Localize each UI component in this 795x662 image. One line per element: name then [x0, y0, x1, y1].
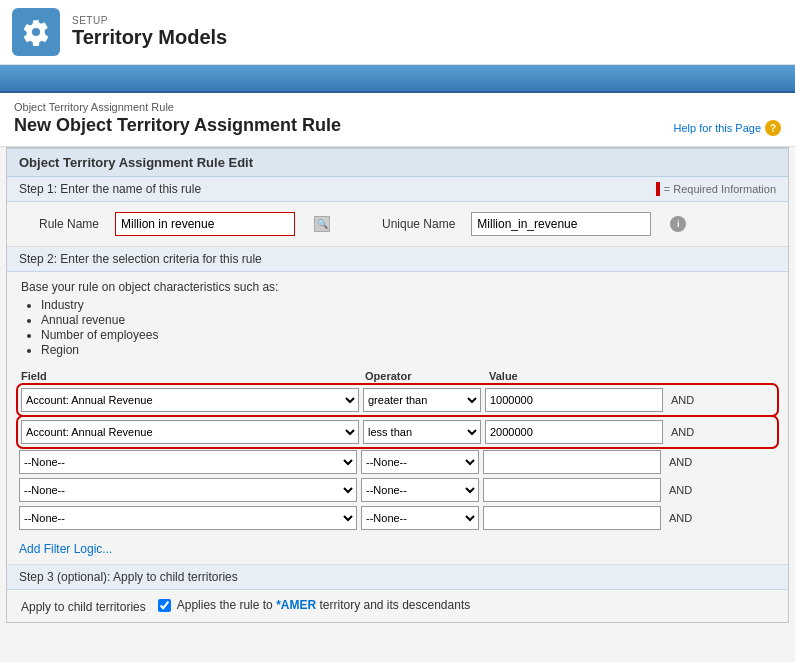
- help-icon: ?: [765, 120, 781, 136]
- app-header-text: SETUP Territory Models: [72, 15, 227, 49]
- and-label-5: AND: [669, 512, 692, 524]
- app-icon: [12, 8, 60, 56]
- field-select-4[interactable]: --None-- Account: Annual Revenue: [19, 478, 357, 502]
- step3-row: Apply to child territories Applies the r…: [21, 598, 774, 614]
- value-input-2[interactable]: [485, 420, 663, 444]
- info-icon[interactable]: i: [670, 216, 686, 232]
- field-select-5[interactable]: --None-- Account: Annual Revenue: [19, 506, 357, 530]
- field-select-2[interactable]: Account: Annual Revenue: [21, 420, 359, 444]
- app-header: SETUP Territory Models: [0, 0, 795, 65]
- criteria-row-1: Account: Annual Revenue greater than les…: [19, 386, 776, 414]
- value-input-3[interactable]: [483, 450, 661, 474]
- and-label-2: AND: [671, 426, 694, 438]
- criteria-row-2: Account: Annual Revenue greater than les…: [19, 418, 776, 446]
- criteria-row-5: --None-- Account: Annual Revenue --None-…: [19, 506, 776, 530]
- value-input-5[interactable]: [483, 506, 661, 530]
- value-input-4[interactable]: [483, 478, 661, 502]
- step2-header: Step 2: Enter the selection criteria for…: [7, 247, 788, 272]
- col-header-value: Value: [489, 370, 669, 382]
- rule-name-input[interactable]: [115, 212, 295, 236]
- step2-label: Step 2: Enter the selection criteria for…: [19, 252, 262, 266]
- main-content: Object Territory Assignment Rule Edit St…: [6, 147, 789, 623]
- required-note: = Required Information: [656, 182, 776, 196]
- step3-field-label: Apply to child territories: [21, 598, 146, 614]
- operator-select-1[interactable]: greater than less than equals --None--: [363, 388, 481, 412]
- required-text: = Required Information: [664, 183, 776, 195]
- value-input-1[interactable]: [485, 388, 663, 412]
- help-text: Help for this Page: [674, 122, 761, 134]
- field-select-1[interactable]: Account: Annual Revenue: [21, 388, 359, 412]
- breadcrumb: Object Territory Assignment Rule: [14, 101, 341, 113]
- step2-description: Base your rule on object characteristics…: [7, 272, 788, 364]
- step3-label: Step 3 (optional): Apply to child territ…: [19, 570, 238, 584]
- step2-bullets: Industry Annual revenue Number of employ…: [21, 298, 774, 357]
- setup-label: SETUP: [72, 15, 227, 26]
- section-header: Object Territory Assignment Rule Edit: [7, 148, 788, 177]
- step1-form: Rule Name 🔍 Unique Name i: [7, 202, 788, 246]
- operator-select-4[interactable]: --None--: [361, 478, 479, 502]
- field-select-3[interactable]: --None-- Account: Annual Revenue: [19, 450, 357, 474]
- apply-checkbox-label: Applies the rule to *AMER territory and …: [177, 598, 471, 612]
- operator-select-2[interactable]: greater than less than equals --None--: [363, 420, 481, 444]
- amer-link[interactable]: *AMER: [276, 598, 316, 612]
- unique-name-label: Unique Name: [375, 217, 455, 231]
- nav-bar: [0, 65, 795, 93]
- unique-name-input[interactable]: [471, 212, 651, 236]
- add-filter-link[interactable]: Add Filter Logic...: [19, 542, 112, 556]
- rule-name-label: Rule Name: [19, 217, 99, 231]
- page-header: Object Territory Assignment Rule New Obj…: [0, 93, 795, 147]
- bullet-employees: Number of employees: [41, 328, 774, 342]
- operator-select-3[interactable]: --None--: [361, 450, 479, 474]
- and-label-4: AND: [669, 484, 692, 496]
- and-label-3: AND: [669, 456, 692, 468]
- col-header-field: Field: [21, 370, 361, 382]
- step3-checkbox-row: Applies the rule to *AMER territory and …: [158, 598, 471, 612]
- page-title: New Object Territory Assignment Rule: [14, 115, 341, 136]
- bullet-revenue: Annual revenue: [41, 313, 774, 327]
- field-lookup-icon[interactable]: 🔍: [314, 216, 330, 232]
- and-label-1: AND: [671, 394, 694, 406]
- required-bar: [656, 182, 660, 196]
- help-link[interactable]: Help for this Page ?: [674, 120, 781, 136]
- step3-header: Step 3 (optional): Apply to child territ…: [7, 565, 788, 590]
- page-title-area: Object Territory Assignment Rule New Obj…: [14, 101, 341, 136]
- bullet-industry: Industry: [41, 298, 774, 312]
- step2-desc-text: Base your rule on object characteristics…: [21, 280, 774, 294]
- apply-checkbox[interactable]: [158, 599, 171, 612]
- step1-header: Step 1: Enter the name of this rule = Re…: [7, 177, 788, 202]
- step1-label: Step 1: Enter the name of this rule: [19, 182, 201, 196]
- criteria-row-4: --None-- Account: Annual Revenue --None-…: [19, 478, 776, 502]
- add-filter-link-container: Add Filter Logic...: [7, 538, 788, 564]
- bullet-region: Region: [41, 343, 774, 357]
- criteria-table: Field Operator Value Account: Annual Rev…: [7, 364, 788, 538]
- operator-select-5[interactable]: --None--: [361, 506, 479, 530]
- step3-content: Apply to child territories Applies the r…: [7, 590, 788, 622]
- criteria-col-headers: Field Operator Value: [19, 370, 776, 382]
- gear-icon: [22, 18, 50, 46]
- criteria-row-3: --None-- Account: Annual Revenue --None-…: [19, 450, 776, 474]
- app-title: Territory Models: [72, 26, 227, 49]
- col-header-operator: Operator: [365, 370, 485, 382]
